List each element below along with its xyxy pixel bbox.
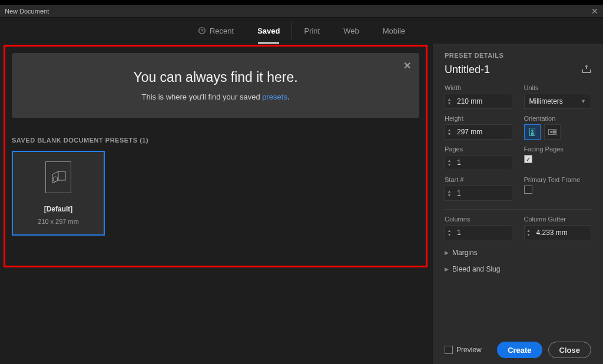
input-columns[interactable]: ▲▼ 1 (445, 225, 512, 240)
collapse-margins[interactable]: ▶ Margins (445, 249, 591, 257)
chevron-down-icon[interactable]: ▼ (448, 163, 452, 167)
section-header: SAVED BLANK DOCUMENT PRESETS (1) (12, 137, 419, 144)
label-start: Start # (445, 176, 512, 183)
titlebar: New Document ✕ (0, 5, 603, 18)
chevron-up-icon[interactable]: ▲ (448, 97, 452, 101)
orientation-landscape[interactable] (544, 124, 561, 140)
tab-recent[interactable]: Recent (186, 18, 246, 44)
preset-default[interactable]: [Default] 210 x 297 mm (12, 151, 105, 236)
input-gutter[interactable]: ▲▼ 4.233 mm (524, 225, 592, 240)
input-height[interactable]: ▲▼ 297 mm (445, 124, 512, 140)
input-start-number[interactable]: ▲▼ 1 (445, 186, 512, 201)
chevron-down-icon[interactable]: ▼ (448, 132, 452, 136)
clock-icon (198, 27, 206, 35)
svg-point-4 (531, 130, 533, 132)
chevron-right-icon: ▶ (445, 266, 449, 272)
label-gutter: Column Gutter (524, 216, 592, 223)
preset-details-pane: PRESET DETAILS Untitled-1 Width ▲▼ 210 m… (432, 44, 603, 364)
dialog-footer: Preview Create Close (445, 333, 591, 358)
tab-mobile[interactable]: Mobile (371, 18, 417, 44)
chevron-down-icon[interactable]: ▼ (448, 101, 452, 105)
chevron-down-icon[interactable]: ▼ (448, 193, 452, 197)
input-pages[interactable]: ▲▼ 1 (445, 155, 512, 170)
collapse-bleed-slug[interactable]: ▶ Bleed and Slug (445, 265, 591, 273)
category-tabs: Recent Saved Print Web Mobile (0, 18, 603, 44)
save-preset-icon[interactable] (582, 65, 591, 75)
banner-text: This is where you'll find your saved pre… (22, 92, 409, 101)
document-icon (45, 161, 71, 193)
tab-web[interactable]: Web (332, 18, 371, 44)
create-button[interactable]: Create (497, 342, 542, 358)
svg-rect-5 (531, 133, 534, 135)
label-units: Units (524, 84, 592, 91)
label-columns: Columns (445, 216, 512, 223)
chevron-down-icon[interactable]: ▼ (526, 233, 531, 237)
chevron-down-icon: ▼ (581, 98, 586, 104)
label-height: Height (445, 115, 512, 122)
label-facing: Facing Pages (524, 145, 592, 153)
chevron-up-icon[interactable]: ▲ (448, 128, 452, 132)
chevron-down-icon[interactable]: ▼ (448, 233, 452, 237)
preview-toggle[interactable]: Preview (445, 346, 482, 354)
presets-link[interactable]: presets (262, 92, 287, 101)
select-units[interactable]: Millimeters ▼ (524, 94, 592, 109)
label-width: Width (445, 84, 512, 91)
tab-saved[interactable]: Saved (246, 18, 291, 44)
checkbox-primary-frame[interactable] (524, 186, 532, 194)
svg-point-7 (550, 131, 552, 133)
document-name[interactable]: Untitled-1 (445, 64, 490, 76)
banner-title: You can always find it here. (22, 70, 409, 85)
chevron-up-icon[interactable]: ▲ (448, 229, 452, 233)
dialog-title: New Document (5, 8, 49, 15)
chevron-up-icon[interactable]: ▲ (526, 229, 531, 233)
window-close-icon[interactable]: ✕ (591, 6, 598, 16)
label-primary-frame: Primary Text Frame (524, 176, 592, 183)
svg-point-2 (53, 177, 58, 181)
chevron-up-icon[interactable]: ▲ (448, 189, 452, 193)
svg-rect-1 (58, 171, 65, 180)
orientation-portrait[interactable] (524, 124, 541, 140)
chevron-up-icon[interactable]: ▲ (448, 158, 452, 163)
details-header: PRESET DETAILS (445, 52, 591, 59)
label-orientation: Orientation (524, 115, 592, 122)
preset-name: [Default] (44, 205, 73, 213)
preset-dims: 210 x 297 mm (38, 218, 79, 225)
chevron-right-icon: ▶ (445, 250, 449, 256)
input-width[interactable]: ▲▼ 210 mm (445, 94, 512, 109)
checkbox-preview[interactable] (445, 346, 453, 354)
close-button[interactable]: Close (548, 342, 591, 358)
presets-pane: ✕ You can always find it here. This is w… (0, 44, 432, 364)
info-banner: ✕ You can always find it here. This is w… (12, 53, 419, 118)
svg-rect-8 (553, 131, 556, 133)
checkbox-facing-pages[interactable]: ✓ (524, 155, 532, 163)
tab-print[interactable]: Print (292, 18, 332, 44)
new-document-dialog: New Document ✕ Recent Saved Print Web Mo… (0, 5, 603, 364)
divider (445, 209, 591, 210)
label-pages: Pages (445, 145, 512, 153)
banner-close-icon[interactable]: ✕ (403, 60, 411, 71)
